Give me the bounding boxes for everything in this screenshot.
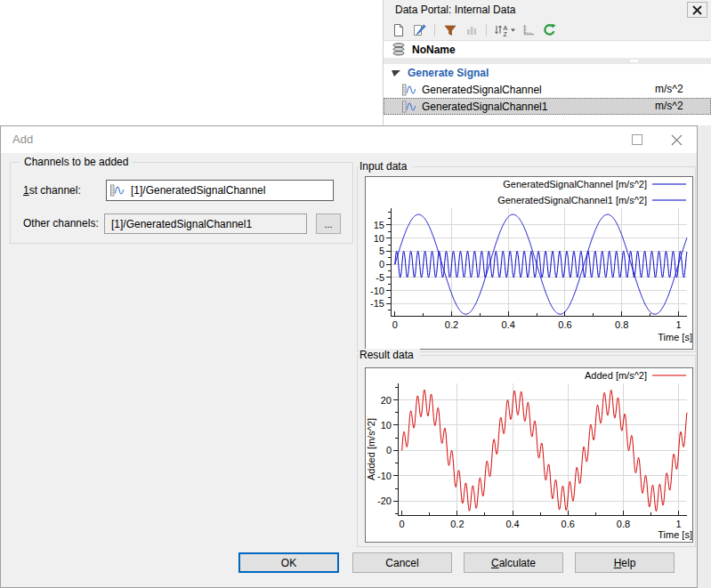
svg-text:-15: -15 — [370, 298, 384, 309]
result-data-group-label: Result data — [359, 349, 420, 361]
waveform-channel-icon — [402, 101, 418, 113]
other-channels-input[interactable]: [1]/GeneratedSignalChannel1 — [104, 213, 307, 234]
splitter-grip-icon — [630, 60, 638, 62]
tree-channel-row[interactable]: GeneratedSignalChannel m/s^2 — [384, 81, 711, 98]
channel-name: GeneratedSignalChannel — [422, 84, 542, 96]
channel-unit: m/s^2 — [655, 83, 683, 95]
tree-expander-icon[interactable] — [391, 68, 401, 78]
svg-text:0.6: 0.6 — [562, 519, 575, 529]
result-data-groupbox: Result data -20-100102000.20.40.60.81Tim… — [357, 355, 696, 547]
svg-text:-10: -10 — [377, 471, 392, 481]
channel-unit: m/s^2 — [655, 100, 683, 112]
svg-text:Time [s]: Time [s] — [658, 332, 692, 342]
channel-display-button-disabled — [462, 21, 481, 38]
portal-root-item[interactable]: NoName — [384, 41, 711, 58]
svg-text:0.6: 0.6 — [558, 319, 571, 330]
scale-axes-icon — [521, 23, 536, 37]
portal-root-label: NoName — [412, 44, 456, 56]
portal-splitter[interactable] — [384, 58, 711, 64]
edit-pencil-icon — [412, 23, 427, 37]
tree-group-label: Generate Signal — [408, 67, 489, 79]
scaling-button[interactable] — [519, 21, 537, 38]
svg-text:0: 0 — [392, 319, 398, 330]
svg-text:20: 20 — [381, 395, 392, 406]
data-portal-toolbar: A Z — [384, 20, 711, 41]
svg-text:GeneratedSignalChannel [m/s^2]: GeneratedSignalChannel [m/s^2] — [503, 179, 647, 189]
toolbar-separator — [486, 24, 487, 36]
database-icon — [392, 43, 406, 56]
svg-text:0: 0 — [386, 445, 392, 455]
input-data-groupbox: Input data -15-10-505101500.20.40.60.81T… — [357, 166, 696, 352]
channel-display-icon — [465, 23, 479, 37]
waveform-channel-icon — [402, 84, 418, 96]
svg-text:-5: -5 — [376, 272, 384, 283]
svg-text:-10: -10 — [370, 286, 384, 296]
calculate-button[interactable]: Calculate — [464, 552, 563, 573]
channels-group-label: Channels to be added — [20, 156, 133, 168]
svg-text:0: 0 — [400, 519, 405, 529]
edit-channel-button[interactable] — [410, 21, 429, 38]
dialog-titlebar[interactable]: Add — [1, 126, 697, 153]
svg-text:0: 0 — [379, 259, 384, 270]
input-data-chart: -15-10-505101500.20.40.60.81Time [s]Gene… — [365, 176, 693, 350]
svg-text:Z: Z — [504, 30, 508, 36]
data-portal-titlebar[interactable]: Data Portal: Internal Data — [384, 0, 711, 20]
filter-funnel-icon — [443, 23, 457, 37]
new-file-button[interactable] — [389, 21, 408, 38]
toolbar-separator — [434, 24, 435, 36]
svg-text:0.4: 0.4 — [505, 519, 519, 529]
input-data-group-label: Input data — [359, 160, 413, 173]
first-channel-input[interactable]: [1]/GeneratedSignalChannel — [106, 180, 334, 201]
svg-text:GeneratedSignalChannel1 [m/s^2: GeneratedSignalChannel1 [m/s^2] — [497, 195, 647, 205]
data-portal-panel: Data Portal: Internal Data A Z — [383, 0, 711, 125]
channel-name: GeneratedSignalChannel1 — [422, 101, 547, 113]
svg-text:5: 5 — [379, 246, 384, 256]
close-icon — [671, 134, 683, 146]
filter-button[interactable] — [440, 21, 459, 38]
svg-text:1: 1 — [676, 519, 682, 529]
refresh-icon — [542, 23, 557, 37]
svg-text:Time [s]: Time [s] — [658, 529, 692, 540]
help-button[interactable]: Help — [575, 552, 675, 573]
cancel-button[interactable]: Cancel — [352, 552, 452, 573]
maximize-icon — [632, 134, 642, 145]
svg-text:15: 15 — [374, 220, 384, 230]
data-portal-title: Data Portal: Internal Data — [395, 4, 515, 16]
svg-text:-20: -20 — [377, 495, 392, 506]
svg-text:0.2: 0.2 — [445, 319, 458, 330]
new-file-icon — [392, 23, 406, 37]
maximize-button[interactable] — [624, 130, 650, 149]
ok-button[interactable]: OK — [238, 552, 339, 573]
tree-group-generate-signal[interactable]: Generate Signal — [384, 64, 711, 81]
sort-az-icon: A Z — [492, 23, 516, 37]
svg-text:Added [m/s^2]: Added [m/s^2] — [585, 370, 647, 381]
data-portal-close-button[interactable] — [687, 2, 707, 18]
browse-channels-button[interactable]: ... — [316, 213, 341, 234]
channels-groupbox: Channels to be added 1st channel: [1]/Ge… — [10, 162, 353, 244]
result-data-chart: -20-100102000.20.40.60.81Time [s]Added [… — [365, 367, 693, 543]
first-channel-label: 1st channel: — [23, 184, 81, 197]
svg-text:0.8: 0.8 — [615, 319, 628, 330]
refresh-button[interactable] — [540, 21, 559, 38]
close-icon — [692, 5, 702, 15]
first-channel-value: [1]/GeneratedSignalChannel — [131, 184, 265, 197]
waveform-channel-icon — [110, 184, 126, 197]
svg-text:0.4: 0.4 — [502, 319, 515, 330]
dialog-close-button[interactable] — [663, 130, 690, 149]
add-dialog: Add Channels to be added 1st channel: [1… — [0, 125, 698, 588]
svg-text:Added [m/s^2]: Added [m/s^2] — [366, 418, 376, 480]
svg-text:10: 10 — [374, 233, 384, 244]
other-channels-value: [1]/GeneratedSignalChannel1 — [111, 218, 252, 230]
other-channels-label: Other channels: — [23, 217, 99, 230]
background-strip — [698, 125, 711, 588]
dialog-title: Add — [12, 133, 33, 146]
svg-text:0.2: 0.2 — [450, 519, 464, 529]
sort-button[interactable]: A Z — [492, 21, 516, 38]
svg-text:0.8: 0.8 — [617, 519, 630, 529]
tree-channel-row-selected[interactable]: GeneratedSignalChannel1 m/s^2 — [384, 98, 711, 115]
svg-text:10: 10 — [381, 420, 392, 431]
svg-text:1: 1 — [675, 319, 681, 330]
svg-text:A: A — [504, 24, 508, 30]
